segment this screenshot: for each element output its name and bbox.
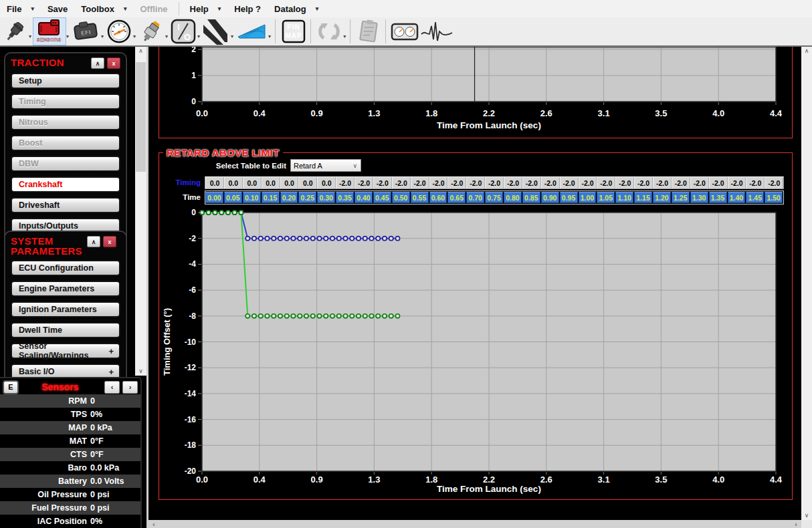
table-select[interactable]: Retard A ∨ xyxy=(290,159,361,172)
timing-cell[interactable]: -2.0 xyxy=(411,177,429,188)
timing-cell[interactable]: -2.0 xyxy=(373,177,392,188)
time-cell[interactable]: 0.60 xyxy=(429,192,447,203)
dropdown-arrow-icon[interactable]: ▾ xyxy=(29,33,31,39)
scroll-left-icon[interactable]: ‹ xyxy=(148,520,159,528)
time-cell[interactable]: 1.00 xyxy=(579,192,597,203)
stripes-button[interactable] xyxy=(202,18,230,45)
timing-cell[interactable]: -2.0 xyxy=(504,177,522,188)
sidebar-item-engine-parameters[interactable]: Engine Parameters xyxy=(11,281,120,297)
dropdown-arrow-icon[interactable]: ▾ xyxy=(343,33,346,39)
timing-cell[interactable]: 0.0 xyxy=(262,177,280,188)
sidebar-item-ecu-configuration[interactable]: ECU Configuration xyxy=(11,260,120,276)
time-cell[interactable]: 0.50 xyxy=(392,192,410,203)
time-cell[interactable]: 0.90 xyxy=(541,192,559,203)
collapse-button[interactable]: ∧ xyxy=(91,57,104,69)
timing-cell[interactable]: -2.0 xyxy=(579,177,597,188)
timing-cell[interactable]: -2.0 xyxy=(447,177,466,188)
timing-cell[interactable]: 0.0 xyxy=(298,177,317,188)
timing-cell[interactable]: -2.0 xyxy=(392,177,411,188)
scroll-down-icon[interactable]: ∨ xyxy=(801,510,812,520)
close-icon[interactable]: x xyxy=(107,57,120,69)
sidebar-scrollbar-thumb[interactable] xyxy=(136,62,146,172)
timing-cell[interactable]: 0.0 xyxy=(317,177,336,188)
time-cell[interactable]: 1.35 xyxy=(709,192,727,203)
time-cell[interactable]: 0.30 xyxy=(317,192,335,203)
dropdown-arrow-icon[interactable]: ▾ xyxy=(133,33,136,39)
dashboard-button[interactable] xyxy=(391,18,419,45)
sidebar-item-sensor-scaling-warnings[interactable]: Sensor Scaling/Warnings+ xyxy=(11,343,120,359)
sidebar-item-dbw[interactable]: DBW xyxy=(11,156,120,172)
time-cell[interactable]: 1.45 xyxy=(746,192,764,203)
timing-cell[interactable]: 0.0 xyxy=(205,177,224,188)
launch-chart-top[interactable]: 2100.00.40.91.31.82.22.63.13.54.04.4Time… xyxy=(148,45,801,137)
time-cell[interactable]: 1.05 xyxy=(597,192,615,203)
time-cell[interactable]: 0.65 xyxy=(447,192,466,203)
timing-cell[interactable]: 0.0 xyxy=(224,177,243,188)
dropdown-arrow-icon[interactable]: ▾ xyxy=(197,33,200,39)
time-cell[interactable]: 1.25 xyxy=(672,192,690,203)
collapse-button[interactable]: ∧ xyxy=(87,236,100,247)
time-cell[interactable]: 0.15 xyxy=(262,192,280,203)
time-cell[interactable]: 0.40 xyxy=(354,192,373,203)
time-cell[interactable]: 0.10 xyxy=(243,192,261,203)
sidebar-item-dwell-time[interactable]: Dwell Time xyxy=(11,322,120,338)
prev-page-button[interactable]: ‹ xyxy=(104,381,120,394)
retard-chart[interactable]: 0-2-4-6-8-10-12-14-16-18-200.00.40.91.31… xyxy=(148,206,801,520)
timing-cell[interactable]: 0.0 xyxy=(243,177,262,188)
time-cell[interactable]: 0.00 xyxy=(205,192,223,203)
sidebar-item-ignition-parameters[interactable]: Ignition Parameters xyxy=(11,301,120,317)
time-cell[interactable]: 0.55 xyxy=(411,192,429,203)
menu-item-save[interactable]: Save xyxy=(41,0,74,17)
dropdown-arrow-icon[interactable]: ▾ xyxy=(231,33,233,39)
scroll-up-icon[interactable]: ∧ xyxy=(135,45,146,55)
horizontal-scrollbar[interactable]: ‹ › xyxy=(148,520,801,528)
timing-cell[interactable]: -2.0 xyxy=(354,177,373,188)
timing-cell[interactable]: -2.0 xyxy=(672,177,690,188)
menu-item-file[interactable]: File▾ xyxy=(0,0,41,17)
time-cell[interactable]: 0.25 xyxy=(298,192,316,203)
waveform-button[interactable] xyxy=(420,18,453,45)
sidebar-item-timing[interactable]: Timing xyxy=(11,94,120,110)
timing-cell[interactable]: -2.0 xyxy=(522,177,541,188)
sensors-button[interactable]: SENSORS xyxy=(33,18,66,45)
time-cell[interactable]: 1.40 xyxy=(728,192,746,203)
close-icon[interactable]: x xyxy=(103,236,116,247)
time-cell[interactable]: 0.75 xyxy=(485,192,503,203)
timing-cell[interactable]: -2.0 xyxy=(634,177,653,188)
time-cell[interactable]: 0.85 xyxy=(522,192,540,203)
io-button[interactable]: I O xyxy=(170,18,197,45)
sidebar-item-crankshaft[interactable]: Crankshaft xyxy=(11,176,120,192)
time-cell[interactable]: 1.10 xyxy=(615,192,633,203)
timing-cell[interactable]: -2.0 xyxy=(709,177,728,188)
scroll-up-icon[interactable]: ∧ xyxy=(801,45,812,55)
timing-cell[interactable]: -2.0 xyxy=(597,177,615,188)
scroll-down-icon[interactable]: ∨ xyxy=(135,366,146,376)
sidebar-scrollbar[interactable]: ∧ ∨ xyxy=(135,45,146,376)
next-page-button[interactable]: › xyxy=(122,381,138,394)
time-cell[interactable]: 1.15 xyxy=(634,192,652,203)
timing-cell[interactable]: -2.0 xyxy=(466,177,485,188)
timing-cell[interactable]: -2.0 xyxy=(746,177,765,188)
menu-item-help[interactable]: Help▾ xyxy=(183,0,228,17)
timing-cell[interactable]: -2.0 xyxy=(541,177,560,188)
scroll-right-icon[interactable]: › xyxy=(791,520,801,528)
timing-cell[interactable]: -2.0 xyxy=(728,177,746,188)
time-cell[interactable]: 0.45 xyxy=(373,192,391,203)
menu-item-datalog[interactable]: Datalog▾ xyxy=(268,0,325,17)
menu-item-offline[interactable]: Offline xyxy=(133,0,174,17)
menu-item-toolbox[interactable]: Toolbox▾ xyxy=(74,0,133,17)
timing-cell[interactable]: -2.0 xyxy=(690,177,709,188)
efi-button[interactable]: EFI xyxy=(71,18,100,45)
dropdown-arrow-icon[interactable]: ▾ xyxy=(268,33,271,39)
sidebar-item-boost[interactable]: Boost xyxy=(11,135,120,151)
sync-button[interactable] xyxy=(316,18,342,45)
time-cell[interactable]: 0.35 xyxy=(336,192,354,203)
vertical-scrollbar[interactable]: ∧ ∨ xyxy=(801,45,812,520)
spark-plug-button[interactable] xyxy=(138,18,165,45)
sidebar-item-setup[interactable]: Setup xyxy=(11,73,120,89)
time-cell[interactable]: 0.05 xyxy=(224,192,242,203)
notes-button[interactable] xyxy=(355,18,382,45)
time-cell[interactable]: 0.20 xyxy=(280,192,298,203)
timing-cell[interactable]: -2.0 xyxy=(615,177,634,188)
time-cell[interactable]: 1.50 xyxy=(765,192,783,203)
